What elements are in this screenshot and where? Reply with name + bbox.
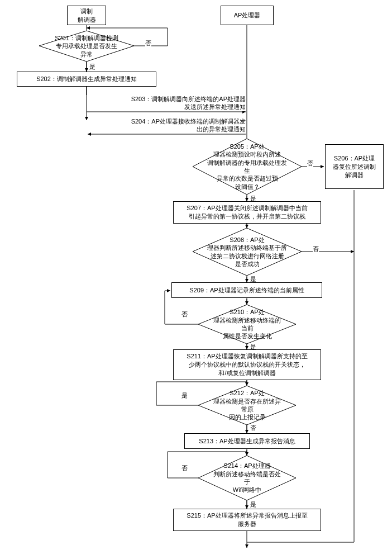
step-s207: S207：AP处理器关闭所述调制解调器中当前 引起异常的第一协议栈，并开启第二协… bbox=[173, 201, 321, 224]
s206-text: S206：AP处理 器复位所述调制 解调器 bbox=[333, 154, 376, 179]
s203-text: S203：调制解调器向所述终端的AP处理器 发送所述异常处理通知 bbox=[131, 96, 246, 110]
s205-no: 否 bbox=[307, 159, 313, 168]
step-s211: S211：AP处理器恢复调制解调器所支持的至 少两个协议栈中的默认协议栈的开关状… bbox=[173, 349, 321, 380]
s212-yes: 是 bbox=[181, 391, 188, 400]
step-s202: S202：调制解调器生成异常处理通知 bbox=[17, 72, 156, 87]
step-s213: S213：AP处理器生成异常报告消息 bbox=[184, 433, 310, 449]
decision-s205: S205：AP处 理器检测预设时段内所述 调制解调器的专用承载处理发生 异常的次… bbox=[193, 139, 302, 195]
decision-s208: S208：AP处 理器判断所述移动终端基于所 述第二协议栈进行网络注册 是否成功 bbox=[193, 228, 302, 276]
s201-no: 否 bbox=[145, 39, 151, 48]
lane-modem: 调制 解调器 bbox=[67, 6, 106, 25]
s214-no: 否 bbox=[181, 464, 188, 472]
s209-text: S209：AP处理器记录所述终端的当前属性 bbox=[189, 286, 304, 295]
step-s206: S206：AP处理 器复位所述调制 解调器 bbox=[325, 144, 384, 189]
s208-no: 否 bbox=[313, 245, 319, 253]
decision-s214: S214：AP处理器 判断所述移动终端是否处于 Wifi网络中 bbox=[198, 456, 296, 500]
lane-modem-label: 调制 解调器 bbox=[78, 7, 96, 24]
s210-no: 否 bbox=[181, 310, 188, 319]
s208-text: S208：AP处 理器判断所述移动终端基于所 述第二协议栈进行网络注册 是否成功 bbox=[207, 236, 287, 268]
s201-text: S201：调制解调器检测 专用承载处理是否发生异常 bbox=[53, 34, 120, 58]
s214-text: S214：AP处理器 判断所述移动终端是否处于 Wifi网络中 bbox=[212, 462, 282, 494]
s207-text: S207：AP处理器关闭所述调制解调器中当前 引起异常的第一协议栈，并开启第二协… bbox=[187, 204, 307, 221]
s204-text: S204：AP处理器接收终端的调制解调器发 出的异常处理通知 bbox=[131, 118, 246, 132]
decision-s201: S201：调制解调器检测 专用承载处理是否发生异常 bbox=[39, 31, 134, 61]
decision-s210: S210：AP处 理器检测所述移动终端的当前 属性是否发生变化 bbox=[198, 305, 296, 344]
step-s215: S215：AP处理器将所述异常报告消息上报至 服务器 bbox=[173, 509, 321, 531]
s210-text: S210：AP处 理器检测所述移动终端的当前 属性是否发生变化 bbox=[212, 308, 282, 340]
decision-s212: S212：AP处 理器检测是否存在所述异常原 因的上报记录 bbox=[198, 386, 296, 425]
step-s209: S209：AP处理器记录所述终端的当前属性 bbox=[171, 282, 322, 298]
s212-text: S212：AP处 理器检测是否存在所述异常原 因的上报记录 bbox=[212, 389, 282, 421]
s211-text: S211：AP处理器恢复调制解调器所支持的至 少两个协议栈中的默认协议栈的开关状… bbox=[187, 352, 307, 377]
lane-ap-label: AP处理器 bbox=[234, 11, 261, 20]
s213-text: S213：AP处理器生成异常报告消息 bbox=[199, 437, 295, 446]
s205-text: S205：AP处 理器检测预设时段内所述 调制解调器的专用承载处理发生 异常的次… bbox=[207, 143, 288, 191]
s212-no: 否 bbox=[250, 424, 256, 432]
s201-yes: 是 bbox=[89, 63, 95, 71]
msg-s204: S204：AP处理器接收终端的调制解调器发 出的异常处理通知 bbox=[106, 117, 246, 134]
s214-yes: 是 bbox=[250, 500, 256, 509]
msg-s203: S203：调制解调器向所述终端的AP处理器 发送所述异常处理通知 bbox=[106, 95, 246, 111]
s202-text: S202：调制解调器生成异常处理通知 bbox=[36, 75, 137, 83]
lane-ap: AP处理器 bbox=[221, 6, 274, 25]
s215-text: S215：AP处理器将所述异常报告消息上报至 服务器 bbox=[187, 511, 307, 528]
